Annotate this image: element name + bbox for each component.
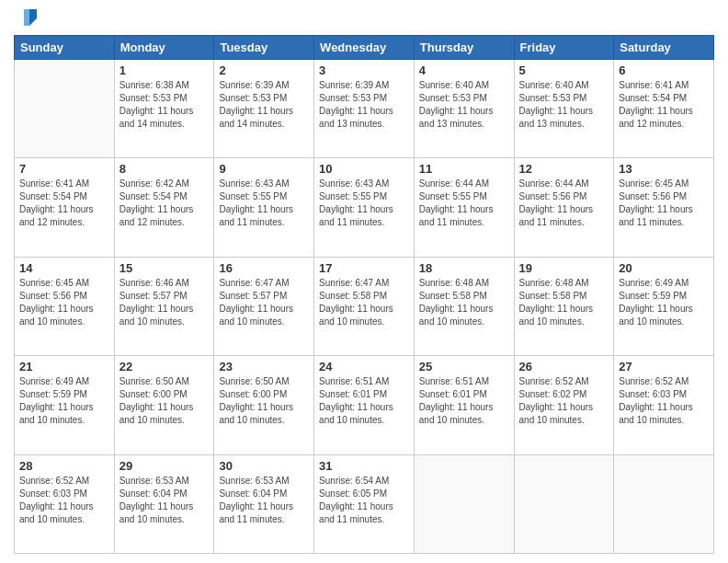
- calendar-week-3: 14Sunrise: 6:45 AM Sunset: 5:56 PM Dayli…: [15, 257, 714, 355]
- day-info: Sunrise: 6:49 AM Sunset: 5:59 PM Dayligh…: [619, 277, 709, 328]
- day-info: Sunrise: 6:50 AM Sunset: 6:00 PM Dayligh…: [119, 375, 210, 427]
- calendar-week-4: 21Sunrise: 6:49 AM Sunset: 5:59 PM Dayli…: [15, 356, 714, 454]
- day-info: Sunrise: 6:48 AM Sunset: 5:58 PM Dayligh…: [519, 277, 609, 328]
- day-number: 22: [119, 360, 210, 373]
- calendar-cell: 12Sunrise: 6:44 AM Sunset: 5:56 PM Dayli…: [514, 158, 614, 257]
- svg-marker-1: [24, 9, 29, 26]
- day-number: 30: [219, 459, 309, 473]
- calendar-cell: 10Sunrise: 6:43 AM Sunset: 5:55 PM Dayli…: [314, 158, 415, 257]
- day-number: 26: [519, 360, 609, 373]
- calendar-cell: [414, 454, 514, 553]
- day-info: Sunrise: 6:44 AM Sunset: 5:55 PM Dayligh…: [419, 178, 509, 229]
- calendar-cell: 9Sunrise: 6:43 AM Sunset: 5:55 PM Daylig…: [214, 158, 314, 257]
- day-info: Sunrise: 6:52 AM Sunset: 6:02 PM Dayligh…: [519, 375, 609, 427]
- day-number: 8: [119, 162, 210, 176]
- weekday-tuesday: Tuesday: [214, 36, 314, 60]
- calendar-cell: 3Sunrise: 6:39 AM Sunset: 5:53 PM Daylig…: [314, 60, 415, 158]
- weekday-header-row: SundayMondayTuesdayWednesdayThursdayFrid…: [15, 36, 714, 60]
- day-info: Sunrise: 6:39 AM Sunset: 5:53 PM Dayligh…: [319, 79, 409, 131]
- logo: [14, 9, 37, 28]
- calendar-week-1: 1Sunrise: 6:38 AM Sunset: 5:53 PM Daylig…: [15, 60, 714, 158]
- day-number: 6: [619, 63, 709, 77]
- day-info: Sunrise: 6:54 AM Sunset: 6:05 PM Dayligh…: [319, 475, 409, 526]
- day-number: 23: [219, 360, 309, 373]
- calendar-cell: 15Sunrise: 6:46 AM Sunset: 5:57 PM Dayli…: [114, 257, 214, 355]
- day-info: Sunrise: 6:50 AM Sunset: 6:00 PM Dayligh…: [219, 375, 309, 427]
- day-info: Sunrise: 6:47 AM Sunset: 5:57 PM Dayligh…: [219, 277, 309, 328]
- calendar-cell: 31Sunrise: 6:54 AM Sunset: 6:05 PM Dayli…: [314, 454, 415, 553]
- day-info: Sunrise: 6:45 AM Sunset: 5:56 PM Dayligh…: [19, 277, 109, 328]
- calendar-cell: 5Sunrise: 6:40 AM Sunset: 5:53 PM Daylig…: [514, 60, 614, 158]
- weekday-thursday: Thursday: [414, 36, 514, 60]
- calendar-cell: 14Sunrise: 6:45 AM Sunset: 5:56 PM Dayli…: [15, 257, 115, 355]
- day-number: 10: [319, 162, 409, 176]
- logo-icon: [17, 7, 37, 28]
- day-info: Sunrise: 6:53 AM Sunset: 6:04 PM Dayligh…: [119, 475, 210, 526]
- day-number: 21: [19, 360, 109, 373]
- calendar-cell: 24Sunrise: 6:51 AM Sunset: 6:01 PM Dayli…: [314, 356, 415, 454]
- weekday-monday: Monday: [114, 36, 214, 60]
- page: SundayMondayTuesdayWednesdayThursdayFrid…: [0, 0, 728, 563]
- day-number: 28: [19, 459, 109, 473]
- day-info: Sunrise: 6:48 AM Sunset: 5:58 PM Dayligh…: [419, 277, 509, 328]
- day-number: 31: [319, 459, 409, 473]
- day-info: Sunrise: 6:52 AM Sunset: 6:03 PM Dayligh…: [619, 375, 709, 427]
- weekday-saturday: Saturday: [614, 36, 714, 60]
- day-number: 25: [419, 360, 509, 373]
- logo-wrapper: [14, 9, 37, 28]
- calendar-cell: 28Sunrise: 6:52 AM Sunset: 6:03 PM Dayli…: [15, 454, 115, 553]
- day-number: 4: [419, 63, 509, 77]
- weekday-friday: Friday: [514, 36, 614, 60]
- day-info: Sunrise: 6:39 AM Sunset: 5:53 PM Dayligh…: [219, 79, 309, 131]
- day-number: 14: [19, 261, 109, 275]
- day-number: 19: [519, 261, 609, 275]
- day-info: Sunrise: 6:44 AM Sunset: 5:56 PM Dayligh…: [519, 178, 609, 229]
- calendar-cell: 20Sunrise: 6:49 AM Sunset: 5:59 PM Dayli…: [614, 257, 714, 355]
- calendar-cell: 22Sunrise: 6:50 AM Sunset: 6:00 PM Dayli…: [114, 356, 214, 454]
- calendar-cell: 18Sunrise: 6:48 AM Sunset: 5:58 PM Dayli…: [414, 257, 514, 355]
- day-info: Sunrise: 6:51 AM Sunset: 6:01 PM Dayligh…: [319, 375, 409, 427]
- calendar-cell: 26Sunrise: 6:52 AM Sunset: 6:02 PM Dayli…: [514, 356, 614, 454]
- calendar-cell: 8Sunrise: 6:42 AM Sunset: 5:54 PM Daylig…: [114, 158, 214, 257]
- day-info: Sunrise: 6:43 AM Sunset: 5:55 PM Dayligh…: [319, 178, 409, 229]
- day-number: 18: [419, 261, 509, 275]
- calendar-cell: 2Sunrise: 6:39 AM Sunset: 5:53 PM Daylig…: [214, 60, 314, 158]
- day-number: 17: [319, 261, 409, 275]
- weekday-wednesday: Wednesday: [314, 36, 415, 60]
- calendar-table: SundayMondayTuesdayWednesdayThursdayFrid…: [14, 35, 714, 554]
- day-number: 15: [119, 261, 210, 275]
- calendar-cell: 4Sunrise: 6:40 AM Sunset: 5:53 PM Daylig…: [414, 60, 514, 158]
- day-info: Sunrise: 6:40 AM Sunset: 5:53 PM Dayligh…: [419, 79, 509, 131]
- calendar-cell: 6Sunrise: 6:41 AM Sunset: 5:54 PM Daylig…: [614, 60, 714, 158]
- day-number: 27: [619, 360, 709, 373]
- day-number: 11: [419, 162, 509, 176]
- day-number: 20: [619, 261, 709, 275]
- day-number: 1: [119, 63, 210, 77]
- calendar-cell: 29Sunrise: 6:53 AM Sunset: 6:04 PM Dayli…: [114, 454, 214, 553]
- calendar-cell: 19Sunrise: 6:48 AM Sunset: 5:58 PM Dayli…: [514, 257, 614, 355]
- day-number: 9: [219, 162, 309, 176]
- day-info: Sunrise: 6:40 AM Sunset: 5:53 PM Dayligh…: [519, 79, 609, 131]
- day-info: Sunrise: 6:51 AM Sunset: 6:01 PM Dayligh…: [419, 375, 509, 427]
- day-number: 5: [519, 63, 609, 77]
- day-number: 7: [19, 162, 109, 176]
- calendar-cell: 13Sunrise: 6:45 AM Sunset: 5:56 PM Dayli…: [614, 158, 714, 257]
- calendar-cell: 25Sunrise: 6:51 AM Sunset: 6:01 PM Dayli…: [414, 356, 514, 454]
- calendar-cell: 21Sunrise: 6:49 AM Sunset: 5:59 PM Dayli…: [15, 356, 115, 454]
- day-info: Sunrise: 6:43 AM Sunset: 5:55 PM Dayligh…: [219, 178, 309, 229]
- weekday-sunday: Sunday: [15, 36, 115, 60]
- day-info: Sunrise: 6:45 AM Sunset: 5:56 PM Dayligh…: [619, 178, 709, 229]
- calendar-cell: 23Sunrise: 6:50 AM Sunset: 6:00 PM Dayli…: [214, 356, 314, 454]
- calendar-cell: 11Sunrise: 6:44 AM Sunset: 5:55 PM Dayli…: [414, 158, 514, 257]
- day-info: Sunrise: 6:38 AM Sunset: 5:53 PM Dayligh…: [119, 79, 210, 131]
- day-number: 24: [319, 360, 409, 373]
- day-number: 12: [519, 162, 609, 176]
- header: [14, 9, 714, 28]
- calendar-cell: 27Sunrise: 6:52 AM Sunset: 6:03 PM Dayli…: [614, 356, 714, 454]
- calendar-week-2: 7Sunrise: 6:41 AM Sunset: 5:54 PM Daylig…: [15, 158, 714, 257]
- calendar-cell: 7Sunrise: 6:41 AM Sunset: 5:54 PM Daylig…: [15, 158, 115, 257]
- calendar-week-5: 28Sunrise: 6:52 AM Sunset: 6:03 PM Dayli…: [15, 454, 714, 553]
- calendar-cell: 17Sunrise: 6:47 AM Sunset: 5:58 PM Dayli…: [314, 257, 415, 355]
- calendar-cell: [514, 454, 614, 553]
- day-info: Sunrise: 6:47 AM Sunset: 5:58 PM Dayligh…: [319, 277, 409, 328]
